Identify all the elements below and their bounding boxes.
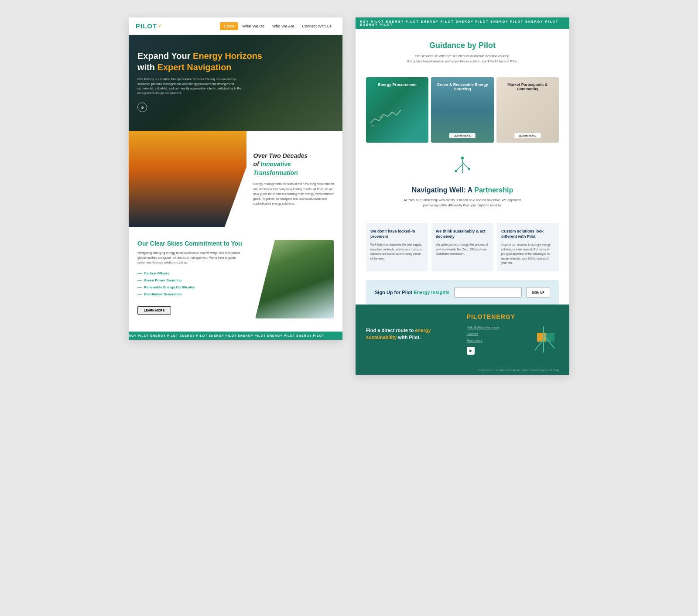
solar-title: Over Two Decades of Innovative Transform… [253, 152, 336, 178]
logo: PILOT✓ [136, 22, 162, 30]
tree-section [356, 151, 569, 182]
left-panel: PILOT✓ Home What We Do Who We Are Connec… [129, 17, 342, 340]
svg-rect-9 [537, 333, 546, 342]
right-ticker-text: RGY PILOT ENERGY PILOT ENERGY PILOT ENER… [360, 20, 558, 26]
feature-card-sustainable: We think sustainably & act decisively We… [431, 223, 493, 271]
right-ticker-top: RGY PILOT ENERGY PILOT ENERGY PILOT ENER… [356, 17, 569, 29]
solar-image [129, 131, 246, 227]
commitment-text: Our Clear Skies Commitment to You Naviga… [137, 240, 246, 315]
list-item-renewable: Renewable Energy Certificates [137, 285, 246, 289]
market-card-bg: Market Participants & Community LEARN MO… [496, 77, 559, 143]
nav-connect[interactable]: Connect With Us [298, 22, 335, 30]
signup-title: Sign Up for Pilot Energy Insights [375, 290, 450, 295]
market-card-btn[interactable]: LEARN MORE [514, 133, 541, 138]
service-card-market: Market Participants & Community LEARN MO… [496, 77, 559, 143]
footer-copyright: © 2023 PILOT POWER GROUP ALL RIGHTS RESE… [356, 363, 569, 375]
commitment-section: Our Clear Skies Commitment to You Naviga… [129, 227, 342, 332]
feature-title-custom: Custom solutions look different with Pil… [501, 229, 554, 239]
svg-text:775: 775 [390, 112, 394, 115]
footer-corner-shape [528, 324, 559, 355]
feature-desc-providers: We'll help you determine the best supply… [370, 243, 424, 261]
svg-line-5 [462, 162, 469, 169]
svg-text:770: 770 [379, 116, 383, 118]
commitment-title: Our Clear Skies Commitment to You [137, 240, 246, 247]
svg-rect-10 [546, 333, 554, 342]
signup-section: Sign Up for Pilot Energy Insights SIGN U… [366, 280, 559, 305]
tree-icon [449, 156, 476, 178]
feature-title-providers: We don't have locked-in providers [370, 229, 424, 239]
svg-point-8 [468, 168, 470, 170]
green-card-bg: Green & Renewable Energy Sourcing LEARN … [431, 77, 493, 143]
solar-desc: Energy management consists of ever-evolv… [253, 181, 336, 206]
market-card-title: Market Participants & Community [496, 82, 559, 91]
svg-line-4 [456, 164, 462, 171]
nav-what-we-do[interactable]: What We Do [238, 22, 268, 30]
service-card-energy: Energy Procurement 765 770 775 [366, 77, 428, 143]
feature-desc-sustainable: We guide partners through the process of… [436, 243, 489, 256]
footer-logo: PILOTENERGY [467, 313, 515, 320]
navbar: PILOT✓ Home What We Do Who We Are Connec… [129, 17, 342, 35]
svg-point-7 [455, 170, 457, 172]
list-item-green: Green Power Sourcing [137, 278, 246, 282]
ticker-bottom: RGY PILOT ENERGY PILOT ENERGY PILOT ENER… [129, 332, 342, 340]
footer-email-link[interactable]: hello@pilotpower.com [467, 325, 515, 329]
footer-resources-link[interactable]: Resources [467, 339, 515, 342]
hero-content: Expand Your Energy Horizons with Expert … [129, 35, 342, 121]
navigating-title: Navigating Well: A Partnership [366, 186, 559, 194]
right-panel: RGY PILOT ENERGY PILOT ENERGY PILOT ENER… [356, 17, 569, 375]
solar-section: Over Two Decades of Innovative Transform… [129, 131, 342, 227]
feature-cards: We don't have locked-in providers We'll … [356, 217, 569, 280]
footer: Find a direct route to energy sustainabi… [356, 305, 569, 363]
guidance-desc-2: If it guides transformation and expedite… [366, 59, 559, 64]
learn-more-button[interactable]: LEARN MORE [137, 306, 171, 315]
commitment-forest-image [255, 240, 334, 318]
guidance-title: Guidance by Pilot [366, 41, 559, 50]
navigating-section: Navigating Well: A Partnership At Pilot,… [356, 182, 569, 217]
feature-title-sustainable: We think sustainably & act decisively [436, 229, 489, 239]
green-card-title: Green & Renewable Energy Sourcing [431, 82, 493, 91]
svg-point-6 [461, 157, 464, 159]
service-cards: Energy Procurement 765 770 775 Green & R… [356, 73, 569, 151]
list-item-distributed: Distributed Generation [137, 292, 246, 296]
feature-card-custom: Custom solutions look different with Pil… [497, 223, 559, 271]
guidance-desc-1: The services we offer are selected for d… [366, 54, 559, 59]
guidance-section: Guidance by Pilot The services we offer … [356, 29, 569, 73]
energy-card-bg: Energy Procurement 765 770 775 [366, 77, 428, 143]
solar-text: Over Two Decades of Innovative Transform… [246, 131, 343, 227]
hero-subtitle: Pilot Energy is a leading Energy Service… [137, 77, 242, 96]
service-card-green: Green & Renewable Energy Sourcing LEARN … [431, 77, 493, 143]
signup-button[interactable]: SIGN UP [526, 287, 550, 298]
footer-right: PILOTENERGY hello@pilotpower.com Careers… [467, 313, 515, 355]
navigating-desc-1: At Pilot, our partnership with clients i… [366, 198, 559, 203]
svg-text:765: 765 [370, 124, 374, 127]
signup-email-input[interactable] [454, 287, 522, 298]
hero-scroll-arrow[interactable] [137, 103, 147, 112]
feature-card-providers: We don't have locked-in providers We'll … [366, 223, 428, 271]
green-card-btn[interactable]: LEARN MORE [449, 133, 476, 138]
feature-desc-custom: Anyone can respond to a single energy so… [501, 243, 554, 265]
list-item-carbon: Carbon Offsets [137, 271, 246, 275]
commitment-list: Carbon Offsets Green Power Sourcing Rene… [137, 271, 246, 296]
footer-tagline: Find a direct route to energy sustainabi… [366, 327, 458, 341]
footer-careers-link[interactable]: Careers [467, 332, 515, 336]
footer-corner [524, 313, 559, 355]
hero-title: Expand Your Energy Horizons with Expert … [137, 50, 334, 73]
footer-left: Find a direct route to energy sustainabi… [366, 313, 458, 355]
footer-linkedin-icon[interactable]: in [467, 347, 475, 355]
navigating-desc-2: partnering a little differently than you… [366, 203, 559, 208]
nav-links: Home What We Do Who We Are Connect With … [220, 22, 335, 30]
nav-who-we-are[interactable]: Who We Are [268, 22, 298, 30]
energy-card-title: Energy Procurement [366, 82, 428, 87]
nav-home[interactable]: Home [220, 22, 238, 30]
commitment-desc: Navigating changing energy landscapes as… [137, 250, 246, 265]
hero-section: Expand Your Energy Horizons with Expert … [129, 35, 342, 131]
ticker-text: RGY PILOT ENERGY PILOT ENERGY PILOT ENER… [129, 334, 324, 337]
